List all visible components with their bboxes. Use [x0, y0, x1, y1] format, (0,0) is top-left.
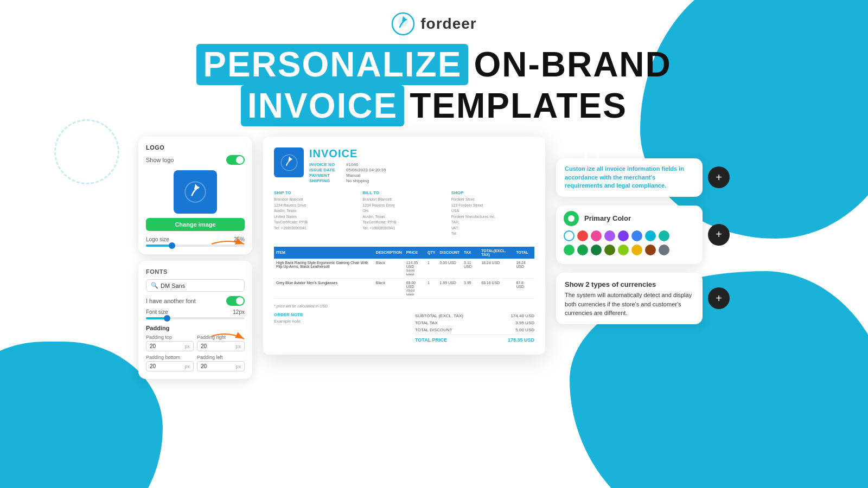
meta-label-2: PAYMENT: [309, 173, 342, 178]
color-swatch-blue[interactable]: [631, 230, 642, 241]
logo-section-title: Logo: [146, 144, 245, 151]
padding-left-value: 20: [201, 363, 233, 369]
subtotal-label: SUBTOTAL (EXCL. TAX): [415, 313, 463, 318]
color-swatch-teal[interactable]: [659, 230, 669, 241]
color-swatch-purple[interactable]: [618, 230, 629, 241]
deco-stars: [570, 146, 602, 181]
change-image-button[interactable]: Change image: [146, 218, 245, 231]
color-swatch-green[interactable]: [577, 245, 588, 255]
th-total: TOTAL: [514, 247, 534, 259]
currency-bubble: Show 2 types of currencies The system wi…: [556, 273, 703, 324]
total-price-row: TOTAL PRICE 178.35 USD: [415, 335, 534, 344]
color-swatch-olive[interactable]: [604, 245, 615, 255]
invoice-preview: INVOICE INVOICE NO#1046 ISSUE DATE05/06/…: [263, 137, 545, 355]
invoice-price-note: * price will be calculated in USD: [274, 304, 534, 308]
another-font-toggle[interactable]: [226, 296, 245, 306]
total-discount-label: TOTAL DISCOUNT: [415, 328, 452, 332]
invoice-title: INVOICE: [309, 147, 386, 160]
header: fordeer: [0, 0, 868, 36]
ship-to-text: Brandon Blancett1234 Ravens DriveAustin,…: [274, 197, 357, 231]
meta-value-3: No shipping: [346, 178, 369, 183]
meta-value-0: #1046: [346, 162, 358, 167]
show-logo-label: Show logo: [146, 157, 174, 163]
primary-color-plus-button[interactable]: +: [708, 224, 730, 246]
invoice-meta: INVOICE NO#1046 ISSUE DATE05/06/2023 04:…: [309, 162, 386, 183]
currency-callout: Show 2 types of currencies The system wi…: [556, 273, 730, 324]
invoice-totals: SUBTOTAL (EXCL. TAX) 174.40 USD TOTAL TA…: [415, 312, 534, 344]
color-swatches-row2: [564, 245, 695, 255]
font-size-label: Font size: [146, 309, 168, 315]
color-swatch-brown[interactable]: [645, 245, 656, 255]
color-swatch-gray[interactable]: [659, 245, 669, 255]
color-swatch-purple-light[interactable]: [604, 230, 615, 241]
font-size-slider[interactable]: [146, 317, 245, 319]
color-swatch-pink[interactable]: [591, 230, 602, 241]
customize-plus-button[interactable]: +: [708, 166, 730, 188]
font-size-row: Font size 12px: [146, 309, 245, 315]
logo-size-slider[interactable]: [146, 245, 245, 247]
show-logo-toggle[interactable]: [226, 155, 245, 165]
another-font-label: I have another font: [146, 298, 196, 304]
font-search-box[interactable]: 🔍 DM Sans: [146, 279, 245, 292]
padding-left-unit: px: [235, 364, 241, 369]
padding-top-input[interactable]: 20 px: [146, 341, 194, 351]
td-price-1: 114.35 USD5300 USD: [404, 259, 425, 279]
color-swatch-green-dark[interactable]: [591, 245, 602, 255]
padding-left-input[interactable]: 20 px: [197, 361, 245, 371]
color-swatch-white[interactable]: [564, 230, 575, 241]
shop-block: SHOP Fordeer Store123 Fordeer StreetUSAF…: [451, 190, 534, 237]
fonts-card: FONTS 🔍 DM Sans I have another font Font…: [138, 261, 252, 379]
hero-highlight-1: PERSONALIZE: [196, 44, 468, 85]
primary-color-header: Primary Color: [564, 211, 695, 226]
order-note-value: Example note: [274, 319, 303, 324]
primary-color-callout: Primary Color: [556, 206, 730, 264]
meta-label-1: ISSUE DATE: [309, 168, 342, 172]
color-swatch-green-light[interactable]: [564, 245, 575, 255]
logo-size-row: Logo size 25%: [146, 236, 245, 242]
show-logo-row: Show logo: [146, 155, 245, 165]
hero-highlight-2: INVOICE: [241, 85, 404, 126]
padding-section-title: Padding: [146, 325, 245, 331]
hero-section: PERSONALIZEON-BRAND INVOICETEMPLATES: [0, 46, 868, 126]
color-swatch-lime[interactable]: [618, 245, 629, 255]
invoice-logo-area: INVOICE INVOICE NO#1046 ISSUE DATE05/06/…: [274, 147, 386, 184]
td-total-excl-1: 18.24 USD: [479, 259, 514, 279]
invoice-header: INVOICE INVOICE NO#1046 ISSUE DATE05/06/…: [274, 147, 534, 184]
padding-right-input[interactable]: 20 px: [197, 341, 245, 351]
padding-grid: Padding top 20 px Padding right 20 px Pa…: [146, 335, 245, 371]
th-total-excl: TOTAL(EXCL. TAX): [479, 247, 514, 259]
meta-value-1: 05/06/2023 04:20:35: [346, 168, 386, 172]
slider-fill: [146, 245, 171, 247]
padding-bottom-input[interactable]: 20 px: [146, 361, 194, 371]
padding-left-item: Padding left 20 px: [197, 355, 245, 371]
padding-right-label: Padding right: [197, 335, 245, 340]
total-tax-value: 3.95 USD: [515, 320, 534, 325]
meta-label-3: SHIPPING: [309, 178, 342, 183]
total-tax-label: TOTAL TAX: [415, 320, 438, 325]
primary-color-label: Primary Color: [584, 214, 631, 222]
invoice-title-area: INVOICE INVOICE NO#1046 ISSUE DATE05/06/…: [309, 147, 386, 184]
another-font-row: I have another font: [146, 296, 245, 306]
th-price: PRICE: [404, 247, 425, 259]
bill-to-block: BILL TO Brandon Blancett1234 Ravens Driv…: [362, 190, 445, 237]
invoice-table: ITEM DESCRIPTION PRICE QTY DISCOUNT TAX …: [274, 247, 534, 299]
td-total-2: 67.8 USD: [514, 278, 534, 298]
currency-plus-button[interactable]: +: [708, 287, 730, 309]
order-note-section: ORDER NOTE Example note: [274, 312, 303, 324]
font-slider-fill: [146, 317, 165, 319]
color-swatch-cyan[interactable]: [645, 230, 656, 241]
subtotal-row: SUBTOTAL (EXCL. TAX) 174.40 USD: [415, 312, 534, 319]
td-total-1: 18.24 USD: [514, 259, 534, 279]
shop-title: SHOP: [451, 190, 534, 195]
font-size-value: 12px: [233, 309, 245, 315]
padding-top-value: 20: [150, 343, 182, 349]
padding-bottom-value: 20: [150, 363, 182, 369]
hero-line2: INVOICETEMPLATES: [0, 86, 868, 126]
total-tax-row: TOTAL TAX 3.95 USD: [415, 319, 534, 326]
color-swatch-red[interactable]: [577, 230, 588, 241]
bill-to-title: BILL TO: [362, 190, 445, 195]
color-swatches-row1: [564, 230, 695, 241]
padding-right-value: 20: [201, 343, 233, 349]
color-swatch-yellow[interactable]: [631, 245, 642, 255]
td-item-2: Grey Blue Aviator Men's Sunglasses: [274, 278, 374, 298]
